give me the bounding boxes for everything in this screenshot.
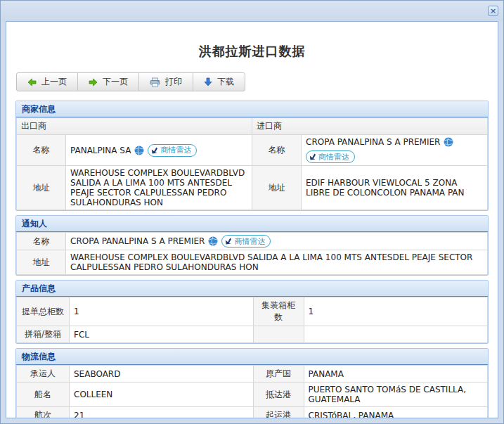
table-row: 名称 PANALPINA SA 商情雷达 名称 — [17, 135, 488, 166]
arrow-left-icon — [27, 78, 37, 86]
table-row: 拼箱/整箱 FCL — [17, 326, 488, 343]
table-row: 航次 21 起运港 CRISTóBAL, PANAMA — [17, 407, 488, 419]
radar-badge-label: 商情雷达 — [160, 145, 191, 155]
logistics-table: 承运人 SEABOARD 原产国 PANAMA 船名 COLLEEN 抵达港 P… — [16, 365, 488, 418]
globe-icon[interactable] — [444, 137, 453, 147]
radar-badge-label: 商情雷达 — [234, 236, 265, 247]
importer-column-header: 进口商 — [252, 118, 488, 135]
globe-icon[interactable] — [134, 146, 144, 155]
product-table: 提单总柜数 1 集装箱柜数 1 拼箱/整箱 FCL — [16, 297, 488, 343]
field-value: CRISTóBAL, PANAMA — [304, 407, 488, 419]
importer-address: EDIF HARBOUR VIEWLOCAL 5 ZONA LIBRE DE C… — [302, 166, 488, 210]
field-label: 原产国 — [253, 366, 304, 383]
globe-icon[interactable] — [208, 236, 218, 246]
field-value: 21 — [70, 407, 254, 419]
section-merchant-info: 商家信息 出口商 进口商 名称 PANALPINA SA — [15, 101, 489, 211]
printer-icon — [150, 77, 160, 87]
field-label: 拼箱/整箱 — [17, 326, 70, 343]
importer-name-cell: CROPA PANALPINA S A PREMIER 商情雷达 — [302, 135, 488, 166]
exporter-column-header: 出口商 — [17, 118, 252, 135]
notify-table: 名称 CROPA PANALPINA S A PREMIER 商情雷达 — [16, 232, 488, 275]
section-logistics-info: 物流信息 承运人 SEABOARD 原产国 PANAMA 船名 COLLEEN … — [15, 348, 489, 418]
exporter-name-cell: PANALPINA SA 商情雷达 — [66, 135, 252, 166]
section-notify-party: 通知人 名称 CROPA PANALPINA S A PREMIER 商情雷达 — [15, 215, 489, 276]
prev-page-button[interactable]: 上一页 — [17, 73, 78, 91]
arrow-down-icon — [204, 77, 212, 86]
dialog-window: × 洪都拉斯进口数据 上一页 下一页 打印 — [0, 0, 504, 424]
section-product-info: 产品信息 提单总柜数 1 集装箱柜数 1 拼箱/整箱 FCL — [15, 280, 489, 344]
section-product-header: 产品信息 — [16, 281, 488, 297]
dialog-content: 洪都拉斯进口数据 上一页 下一页 打印 下载 — [6, 21, 498, 418]
next-page-button[interactable]: 下一页 — [78, 73, 139, 91]
radar-arrow-icon — [309, 153, 316, 160]
exporter-name: PANALPINA SA — [70, 146, 131, 155]
next-page-label: 下一页 — [103, 76, 128, 88]
notify-name-cell: CROPA PANALPINA S A PREMIER 商情雷达 — [66, 233, 488, 250]
radar-badge-button[interactable]: 商情雷达 — [306, 150, 355, 163]
radar-arrow-icon — [151, 147, 158, 154]
importer-name: CROPA PANALPINA S A PREMIER — [306, 137, 440, 147]
field-label: 船名 — [17, 383, 70, 407]
field-label — [253, 326, 304, 343]
field-value: 1 — [70, 297, 254, 326]
download-button[interactable]: 下载 — [193, 73, 245, 91]
field-label: 集装箱柜数 — [253, 297, 304, 326]
field-value: PUERTO SANTO TOMáS DE CASTILLA, GUATEMAL… — [304, 383, 488, 407]
table-row: 名称 CROPA PANALPINA S A PREMIER 商情雷达 — [17, 233, 488, 250]
notify-name: CROPA PANALPINA S A PREMIER — [70, 236, 205, 246]
merchant-table: 出口商 进口商 名称 PANALPINA SA 商情雷达 — [16, 117, 488, 210]
download-label: 下载 — [217, 76, 234, 88]
notify-address: WAREHOUSE COMPLEX BOULEVARDBLVD SALIDA A… — [66, 250, 488, 275]
exporter-address-label: 地址 — [17, 166, 66, 210]
field-value: COLLEEN — [70, 383, 254, 407]
table-row: 船名 COLLEEN 抵达港 PUERTO SANTO TOMáS DE CAS… — [17, 383, 488, 407]
field-value: FCL — [70, 326, 254, 343]
radar-arrow-icon — [225, 238, 232, 245]
print-label: 打印 — [165, 76, 182, 88]
radar-badge-button[interactable]: 商情雷达 — [148, 144, 197, 157]
table-row: 承运人 SEABOARD 原产国 PANAMA — [17, 366, 488, 383]
field-label: 提单总柜数 — [17, 297, 70, 326]
field-value: 1 — [304, 297, 488, 326]
arrow-right-icon — [89, 78, 98, 86]
table-row: 地址 WAREHOUSE COMPLEX BOULEVARDBLVD SALID… — [17, 250, 488, 275]
field-label: 航次 — [17, 407, 70, 419]
importer-name-label: 名称 — [252, 135, 302, 166]
section-notify-header: 通知人 — [16, 216, 488, 232]
field-label: 起运港 — [253, 407, 304, 419]
field-label: 抵达港 — [253, 383, 304, 407]
table-row: 出口商 进口商 — [17, 118, 488, 135]
field-value — [304, 326, 488, 343]
radar-badge-button[interactable]: 商情雷达 — [221, 235, 271, 248]
section-merchant-header: 商家信息 — [16, 101, 488, 117]
field-value: SEABOARD — [70, 366, 254, 383]
exporter-name-label: 名称 — [17, 135, 66, 166]
dialog-titlebar[interactable]: × — [1, 1, 503, 21]
radar-badge-label: 商情雷达 — [318, 152, 349, 162]
field-value: PANAMA — [304, 366, 488, 383]
print-button[interactable]: 打印 — [139, 73, 193, 91]
importer-address-label: 地址 — [252, 166, 302, 210]
section-logistics-header: 物流信息 — [16, 349, 488, 365]
table-row: 地址 WAREHOUSE COMPLEX BOULEVARDBLVD SALID… — [17, 166, 488, 210]
exporter-address: WAREHOUSE COMPLEX BOULEVARDBLVD SALIDA A… — [66, 166, 252, 210]
table-row: 提单总柜数 1 集装箱柜数 1 — [17, 297, 488, 326]
notify-address-label: 地址 — [17, 250, 66, 275]
close-icon[interactable]: × — [488, 6, 498, 16]
pager-toolbar: 上一页 下一页 打印 下载 — [16, 72, 245, 91]
notify-name-label: 名称 — [17, 233, 66, 250]
field-label: 承运人 — [17, 366, 70, 383]
page-title: 洪都拉斯进口数据 — [15, 43, 489, 60]
prev-page-label: 上一页 — [41, 76, 67, 88]
